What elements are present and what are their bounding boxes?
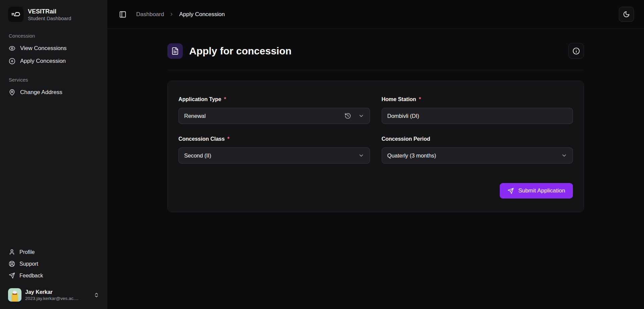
sidebar-item-apply-concession[interactable]: Apply Concession bbox=[5, 55, 102, 68]
info-button[interactable] bbox=[568, 43, 584, 59]
file-text-icon bbox=[167, 43, 183, 59]
content: Apply for concession bbox=[107, 29, 644, 309]
section-divider bbox=[167, 70, 584, 70]
section-label-services: Services bbox=[5, 77, 102, 83]
chevrons-up-down-icon bbox=[94, 292, 99, 298]
field-concession-period: Concession Period Quaterly (3 months) bbox=[382, 136, 573, 164]
field-label: Concession Class * bbox=[178, 136, 370, 142]
field-trailing-icons bbox=[561, 152, 567, 159]
user-name: Jay Kerkar bbox=[25, 289, 78, 296]
field-trailing-icons bbox=[358, 152, 364, 159]
submit-application-button[interactable]: Submit Application bbox=[500, 183, 573, 198]
panel-left-icon bbox=[119, 11, 126, 18]
chevron-down-icon bbox=[358, 152, 364, 159]
sidebar-item-change-address[interactable]: Change Address bbox=[5, 86, 102, 99]
field-label-text: Concession Class bbox=[178, 136, 225, 142]
footer-item-label: Feedback bbox=[19, 273, 43, 279]
field-label: Concession Period bbox=[382, 136, 573, 142]
field-home-station: Home Station * Dombivli (DI) bbox=[382, 96, 573, 124]
submit-row: Submit Application bbox=[178, 183, 573, 198]
required-asterisk: * bbox=[224, 96, 226, 102]
map-pin-icon bbox=[9, 89, 15, 96]
main-area: Dashboard Apply Concession bbox=[107, 0, 644, 309]
section-label-concession: Concession bbox=[5, 33, 102, 39]
application-form-card: Application Type * Renewal bbox=[167, 81, 584, 212]
select-value: Renewal bbox=[184, 113, 206, 119]
user-icon bbox=[9, 249, 15, 255]
field-label: Home Station * bbox=[382, 96, 573, 102]
page-title: Apply for concession bbox=[189, 45, 291, 57]
sidebar-spacer bbox=[5, 99, 102, 246]
sidebar-item-view-concessions[interactable]: View Concessions bbox=[5, 42, 102, 55]
field-label-text: Application Type bbox=[178, 96, 221, 102]
breadcrumb: Dashboard Apply Concession bbox=[136, 11, 225, 18]
avatar bbox=[8, 288, 21, 302]
info-icon bbox=[573, 47, 580, 55]
field-label-text: Home Station bbox=[382, 96, 416, 102]
circle-plus-icon bbox=[9, 58, 15, 64]
moon-icon bbox=[623, 11, 630, 18]
field-application-type: Application Type * Renewal bbox=[178, 96, 370, 124]
application-type-select[interactable]: Renewal bbox=[178, 108, 370, 124]
theme-toggle-button[interactable] bbox=[619, 7, 634, 22]
home-station-input[interactable]: Dombivli (DI) bbox=[382, 108, 573, 124]
life-buoy-icon bbox=[9, 261, 15, 267]
sidebar: VESITRail Student Dashboard Concession V… bbox=[0, 0, 107, 309]
required-asterisk: * bbox=[227, 136, 229, 142]
brand-title: VESITRail bbox=[28, 8, 71, 15]
sidebar-item-support[interactable]: Support bbox=[5, 258, 102, 270]
breadcrumb-link-dashboard[interactable]: Dashboard bbox=[136, 11, 164, 18]
brand[interactable]: VESITRail Student Dashboard bbox=[5, 5, 102, 24]
field-concession-class: Concession Class * Second (II) bbox=[178, 136, 370, 164]
brand-text: VESITRail Student Dashboard bbox=[28, 8, 71, 21]
page-header: Apply for concession bbox=[167, 43, 584, 59]
select-value: Second (II) bbox=[184, 152, 211, 159]
field-label: Application Type * bbox=[178, 96, 370, 102]
sidebar-item-label: Change Address bbox=[20, 89, 62, 96]
chevron-down-icon bbox=[561, 152, 567, 159]
sidebar-item-feedback[interactable]: Feedback bbox=[5, 270, 102, 281]
user-menu[interactable]: Jay Kerkar 2023.jay.kerkar@ves.ac.... bbox=[5, 285, 102, 304]
field-label-text: Concession Period bbox=[382, 136, 430, 142]
train-icon bbox=[8, 7, 23, 22]
eye-icon bbox=[9, 45, 15, 52]
user-info: Jay Kerkar 2023.jay.kerkar@ves.ac.... bbox=[25, 289, 78, 301]
footer-item-label: Support bbox=[19, 261, 38, 267]
chevron-right-icon bbox=[169, 12, 174, 17]
sidebar-item-label: Apply Concession bbox=[20, 58, 66, 64]
page-container: Apply for concession bbox=[167, 43, 584, 212]
input-value: Dombivli (DI) bbox=[387, 113, 419, 119]
required-asterisk: * bbox=[419, 96, 421, 102]
submit-button-label: Submit Application bbox=[518, 187, 565, 194]
form-grid: Application Type * Renewal bbox=[178, 96, 573, 164]
user-email: 2023.jay.kerkar@ves.ac.... bbox=[25, 296, 78, 301]
sidebar-item-profile[interactable]: Profile bbox=[5, 246, 102, 258]
topbar: Dashboard Apply Concession bbox=[107, 0, 644, 29]
footer-item-label: Profile bbox=[19, 249, 35, 255]
history-icon bbox=[344, 113, 351, 119]
send-icon bbox=[9, 272, 15, 279]
sidebar-item-label: View Concessions bbox=[20, 45, 67, 52]
breadcrumb-current: Apply Concession bbox=[179, 11, 225, 18]
field-trailing-icons bbox=[344, 113, 364, 119]
chevron-down-icon bbox=[358, 113, 364, 119]
sidebar-toggle-button[interactable] bbox=[117, 8, 129, 20]
app-root: VESITRail Student Dashboard Concession V… bbox=[0, 0, 644, 309]
brand-subtitle: Student Dashboard bbox=[28, 15, 71, 21]
concession-period-select[interactable]: Quaterly (3 months) bbox=[382, 147, 573, 164]
concession-class-select[interactable]: Second (II) bbox=[178, 147, 370, 164]
select-value: Quaterly (3 months) bbox=[387, 152, 436, 159]
send-icon bbox=[507, 188, 514, 194]
